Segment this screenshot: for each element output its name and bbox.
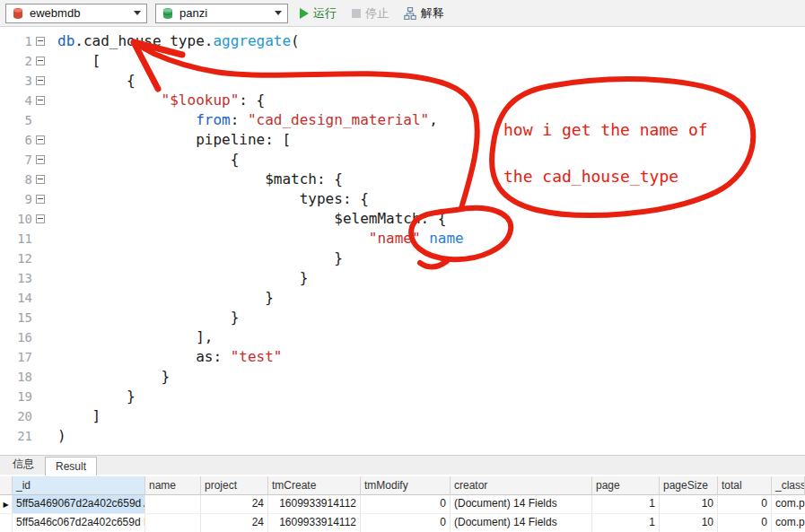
cell-total[interactable]: 0 bbox=[718, 495, 772, 513]
run-button[interactable]: 运行 bbox=[296, 4, 340, 23]
code-line[interactable]: 10 $elemMatch: { bbox=[0, 209, 805, 229]
cell-_class[interactable]: com.p bbox=[772, 514, 805, 532]
tab-info[interactable]: 信息 bbox=[2, 453, 45, 475]
fold-collapse-icon[interactable] bbox=[36, 57, 45, 65]
code-line[interactable]: 2 [ bbox=[0, 51, 805, 71]
code-text: } bbox=[50, 387, 136, 406]
row-marker-header bbox=[0, 476, 13, 495]
cell-_id[interactable]: 5ff5a469067d2a402c659d A bbox=[13, 495, 145, 513]
line-number: 20 bbox=[0, 406, 32, 426]
fold-collapse-icon[interactable] bbox=[36, 175, 45, 184]
chevron-down-icon bbox=[275, 11, 282, 15]
cell-creator[interactable]: (Document) 14 Fields bbox=[451, 495, 592, 513]
code-text: db.cad_house_type.aggregate( bbox=[50, 31, 300, 51]
code-line[interactable]: 14 } bbox=[0, 288, 805, 308]
explain-button[interactable]: 解释 bbox=[400, 4, 448, 23]
fold-collapse-icon[interactable] bbox=[36, 76, 45, 85]
cell-_class[interactable]: com.p bbox=[772, 495, 805, 513]
code-line[interactable]: 21) bbox=[0, 426, 805, 446]
play-icon bbox=[300, 8, 309, 19]
line-number: 7 bbox=[0, 150, 32, 170]
cell-pageSize[interactable]: 10 bbox=[660, 514, 718, 532]
explain-button-label: 解释 bbox=[421, 5, 444, 22]
stop-button[interactable]: 停止 bbox=[348, 4, 392, 23]
explain-plan-icon bbox=[404, 7, 416, 20]
code-line[interactable]: 11 "name" name bbox=[0, 229, 805, 249]
editor-gutter: 5 bbox=[0, 110, 50, 130]
column-header-page[interactable]: page bbox=[592, 476, 660, 495]
code-line[interactable]: 19 } bbox=[0, 387, 805, 406]
line-number: 12 bbox=[0, 249, 32, 268]
fold-collapse-icon[interactable] bbox=[36, 214, 45, 223]
mongodb-client-window: ewebmdb panzi 运行 停止 bbox=[0, 0, 805, 532]
result-table: _idnameprojecttmCreatetmModifycreatorpag… bbox=[0, 476, 805, 532]
line-number: 4 bbox=[0, 91, 32, 110]
editor-gutter: 8 bbox=[0, 170, 50, 189]
column-header-project[interactable]: project bbox=[201, 476, 268, 495]
editor-gutter: 15 bbox=[0, 308, 50, 327]
code-line[interactable]: 3 { bbox=[0, 71, 805, 91]
cell-tmCreate[interactable]: 1609933914112 bbox=[268, 514, 361, 532]
code-text: as: "test" bbox=[50, 347, 282, 367]
code-line[interactable]: 13 } bbox=[0, 268, 805, 288]
code-line[interactable]: 18 } bbox=[0, 367, 805, 387]
code-line[interactable]: 12 } bbox=[0, 249, 805, 268]
connection-select[interactable]: ewebmdb bbox=[5, 4, 147, 23]
editor-gutter: 20 bbox=[0, 406, 50, 426]
cell-creator[interactable]: (Document) 14 Fields bbox=[451, 514, 592, 532]
line-number: 14 bbox=[0, 288, 32, 308]
cell-page[interactable]: 1 bbox=[592, 495, 660, 513]
fold-collapse-icon[interactable] bbox=[36, 37, 45, 46]
current-row-icon: ▶ bbox=[3, 496, 8, 513]
code-line[interactable]: 17 as: "test" bbox=[0, 347, 805, 367]
column-header-tmModify[interactable]: tmModify bbox=[361, 476, 451, 495]
code-line[interactable]: 16 ], bbox=[0, 327, 805, 347]
code-line[interactable]: 20 ] bbox=[0, 406, 805, 426]
fold-collapse-icon[interactable] bbox=[36, 135, 45, 144]
cell-tmModify[interactable]: 0 bbox=[361, 514, 451, 532]
cell-project[interactable]: 24 bbox=[201, 495, 268, 513]
code-text: "name" name bbox=[50, 229, 464, 249]
database-select[interactable]: panzi bbox=[155, 4, 288, 23]
cell-_id[interactable]: 5ff5a46c067d2a402c659d B bbox=[13, 514, 145, 532]
fold-collapse-icon[interactable] bbox=[36, 155, 45, 164]
tab-result[interactable]: Result bbox=[45, 457, 97, 475]
table-row[interactable]: ▶5ff5a469067d2a402c659d A241609933914112… bbox=[0, 495, 805, 514]
line-number: 6 bbox=[0, 130, 32, 150]
code-text: ] bbox=[50, 406, 101, 426]
fold-collapse-icon[interactable] bbox=[36, 195, 45, 204]
cell-name[interactable] bbox=[145, 514, 201, 532]
cell-total[interactable]: 0 bbox=[718, 514, 772, 532]
code-text: from: "cad_design_material", bbox=[50, 110, 438, 130]
code-text: ], bbox=[50, 327, 213, 347]
cell-name[interactable] bbox=[145, 495, 201, 513]
editor-gutter: 13 bbox=[0, 268, 50, 288]
fold-collapse-icon[interactable] bbox=[36, 96, 45, 105]
column-header-_id[interactable]: _id bbox=[13, 476, 145, 495]
line-number: 3 bbox=[0, 71, 32, 91]
code-text: { bbox=[50, 150, 239, 170]
editor-gutter: 17 bbox=[0, 347, 50, 367]
chevron-down-icon bbox=[134, 11, 141, 15]
query-editor[interactable]: 1db.cad_house_type.aggregate(2 [3 {4 "$l… bbox=[0, 27, 805, 455]
column-header-total[interactable]: total bbox=[718, 476, 772, 495]
cell-pageSize[interactable]: 10 bbox=[660, 495, 718, 513]
code-line[interactable]: 1db.cad_house_type.aggregate( bbox=[0, 31, 805, 51]
table-row[interactable]: 5ff5a46c067d2a402c659d B2416099339141120… bbox=[0, 514, 805, 532]
line-number: 5 bbox=[0, 110, 32, 130]
column-header-tmCreate[interactable]: tmCreate bbox=[268, 476, 361, 495]
line-number: 8 bbox=[0, 170, 32, 189]
stop-button-label: 停止 bbox=[365, 5, 389, 22]
editor-gutter: 2 bbox=[0, 51, 50, 71]
code-text: { bbox=[50, 71, 136, 91]
cell-tmModify[interactable]: 0 bbox=[361, 495, 451, 513]
cell-project[interactable]: 24 bbox=[201, 514, 268, 532]
editor-gutter: 1 bbox=[0, 31, 50, 51]
cell-page[interactable]: 1 bbox=[592, 514, 660, 532]
cell-tmCreate[interactable]: 1609933914112 bbox=[268, 495, 361, 513]
column-header-pageSize[interactable]: pageSize bbox=[660, 476, 718, 495]
column-header-creator[interactable]: creator bbox=[451, 476, 592, 495]
code-line[interactable]: 15 } bbox=[0, 308, 805, 327]
column-header-name[interactable]: name bbox=[145, 476, 201, 495]
column-header-_class[interactable]: _class bbox=[772, 476, 805, 495]
